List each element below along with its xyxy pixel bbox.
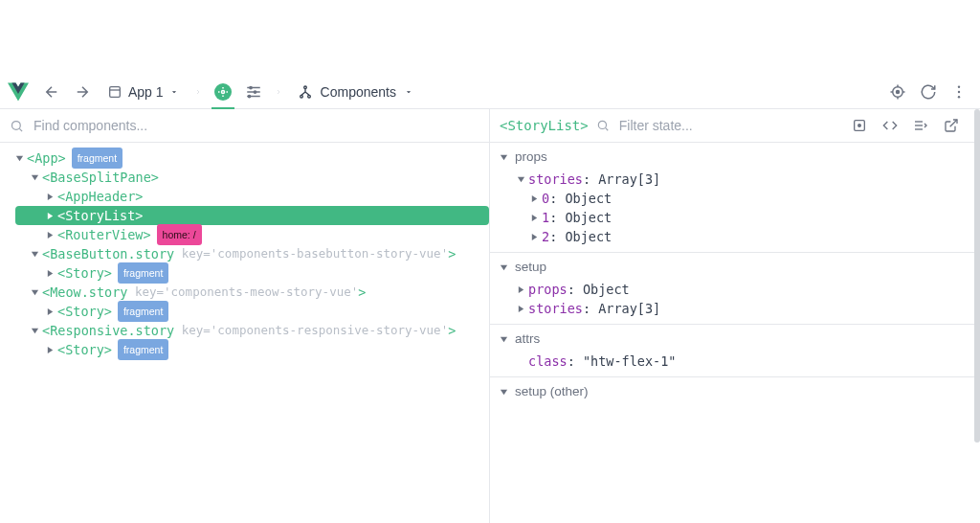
svg-point-2 (221, 90, 224, 93)
svg-line-22 (19, 128, 22, 131)
state-row[interactable]: 0: Object (517, 189, 965, 208)
tree-node-appheader[interactable]: <AppHeader> (6, 187, 489, 206)
section-setup: setup props: Object stories: Array[3] (490, 253, 974, 325)
svg-point-11 (307, 95, 310, 98)
svg-point-6 (249, 86, 251, 88)
inspector-switcher-label: Components (321, 84, 396, 100)
tab-timeline-icon[interactable] (240, 79, 267, 105)
tree-node-app[interactable]: <App> fragment (6, 148, 489, 168)
search-icon (596, 119, 610, 132)
state-row[interactable]: props: Object (517, 280, 965, 299)
tree-filter-bar (0, 109, 489, 143)
tree-node-story[interactable]: <Story> fragment (6, 302, 489, 321)
target-button[interactable] (884, 79, 911, 105)
svg-line-30 (950, 120, 957, 126)
state-row[interactable]: 1: Object (517, 208, 965, 227)
selected-component-label: <StoryList> (500, 118, 589, 133)
tree-node-routerview[interactable]: <RouterView> home: / (6, 225, 489, 244)
scrollbar[interactable] (974, 109, 980, 443)
app-switcher-label: App 1 (128, 84, 164, 100)
tree-node-story[interactable]: <Story> fragment (6, 263, 489, 283)
filter-state-input[interactable] (617, 117, 838, 134)
section-header-setup[interactable]: setup (500, 257, 965, 278)
svg-point-26 (858, 125, 861, 127)
svg-line-24 (605, 128, 608, 131)
scroll-to-button[interactable] (846, 112, 873, 139)
svg-point-19 (958, 90, 960, 92)
vue-logo (8, 81, 29, 102)
state-row[interactable]: stories: Array[3] (517, 170, 965, 189)
state-inspector-pane: <StoryList> props (489, 109, 974, 523)
inspector-header: <StoryList> (490, 109, 974, 143)
tab-components-icon[interactable] (210, 79, 236, 105)
app-switcher[interactable]: App 1 (100, 79, 187, 105)
tree-node-storylist[interactable]: <StoryList> (15, 206, 489, 225)
svg-point-21 (12, 121, 21, 129)
breadcrumb-separator (190, 86, 206, 98)
section-props: props stories: Array[3] 0: Object 1: Obj… (490, 143, 974, 253)
main-split: <App> fragment <BaseSplitPane> <AppHeade… (0, 109, 974, 523)
svg-point-10 (300, 95, 302, 98)
component-tree-pane: <App> fragment <BaseSplitPane> <AppHeade… (0, 109, 489, 523)
open-in-editor-button[interactable] (938, 112, 965, 139)
layers-icon (107, 84, 122, 100)
section-header-props[interactable]: props (500, 147, 965, 168)
breadcrumb-separator (271, 86, 286, 98)
refresh-button[interactable] (915, 79, 942, 105)
chevron-down-icon (404, 87, 413, 97)
tree-node-story[interactable]: <Story> fragment (6, 340, 489, 359)
more-button[interactable] (946, 79, 972, 105)
inspector-switcher[interactable]: Components (290, 79, 421, 105)
section-setup-other: setup (other) (490, 377, 974, 406)
chevron-down-icon (169, 87, 179, 97)
component-tree: <App> fragment <BaseSplitPane> <AppHeade… (0, 143, 489, 365)
svg-point-7 (254, 90, 256, 92)
components-tree-icon (298, 84, 313, 100)
state-row[interactable]: 2: Object (517, 227, 965, 246)
tree-node-basesplitpane[interactable]: <BaseSplitPane> (6, 168, 489, 187)
svg-point-20 (958, 96, 960, 98)
section-header-attrs[interactable]: attrs (500, 329, 965, 350)
search-icon (10, 119, 24, 133)
state-inspector: props stories: Array[3] 0: Object 1: Obj… (490, 143, 974, 406)
svg-point-23 (598, 121, 606, 128)
svg-point-18 (958, 85, 960, 87)
svg-point-13 (897, 90, 900, 93)
inspect-dom-button[interactable] (907, 112, 934, 139)
tree-node-basebutton-story[interactable]: <BaseButton.story key='components-basebu… (6, 244, 489, 263)
svg-point-8 (248, 95, 250, 97)
tree-node-meow-story[interactable]: <Meow.story key='components-meow-story-v… (6, 283, 489, 302)
section-attrs: attrs class: "htw-flex-1" (490, 325, 974, 377)
svg-rect-0 (110, 86, 121, 97)
back-button[interactable] (38, 79, 65, 105)
svg-point-9 (303, 86, 306, 89)
section-header-setup-other[interactable]: setup (other) (500, 381, 965, 402)
forward-button[interactable] (69, 79, 96, 105)
tree-node-responsive-story[interactable]: <Responsive.story key='components-respon… (6, 321, 489, 340)
state-row[interactable]: class: "htw-flex-1" (517, 352, 965, 371)
show-render-code-button[interactable] (877, 112, 903, 139)
state-row[interactable]: stories: Array[3] (517, 299, 965, 318)
find-components-input[interactable] (32, 117, 479, 134)
devtools-toolbar: App 1 Components (0, 75, 980, 109)
